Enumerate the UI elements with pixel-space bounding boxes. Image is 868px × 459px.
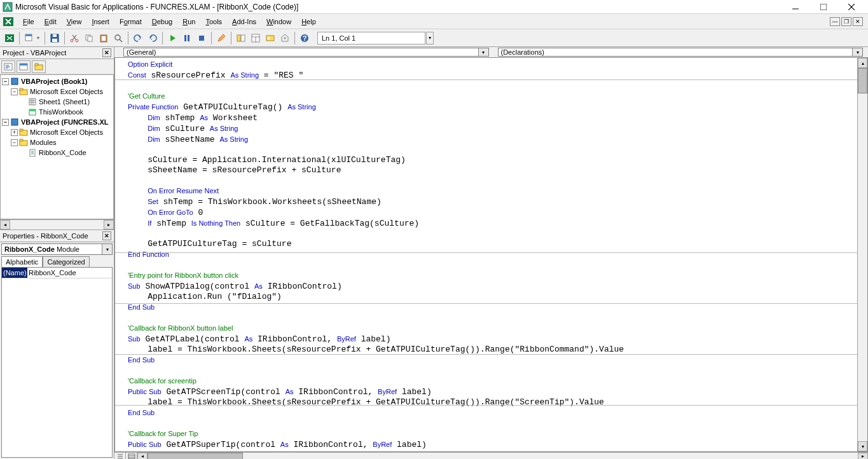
svg-rect-22 <box>199 36 204 41</box>
svg-rect-2 <box>820 4 827 10</box>
help-button[interactable]: ? <box>298 31 312 45</box>
menu-file[interactable]: File <box>18 16 39 27</box>
menu-window[interactable]: Window <box>261 16 296 27</box>
svg-rect-8 <box>25 34 32 36</box>
menu-addins[interactable]: Add-Ins <box>227 16 261 27</box>
reset-button[interactable] <box>195 31 209 45</box>
project-tree[interactable]: −VBAProject (Book1) −Microsoft Excel Obj… <box>0 74 114 219</box>
mdi-restore-button[interactable]: ❐ <box>841 17 851 26</box>
procedure-view-button[interactable] <box>114 453 126 459</box>
tree-hscrollbar[interactable]: ◂▸ <box>0 219 114 230</box>
project-explorer-button[interactable] <box>234 31 248 45</box>
window-title: Microsoft Visual Basic for Applications … <box>15 3 787 11</box>
view-object-button[interactable] <box>17 60 31 73</box>
svg-rect-23 <box>237 35 240 41</box>
properties-window-button[interactable] <box>249 31 263 45</box>
object-browser-button[interactable] <box>263 31 277 45</box>
svg-rect-39 <box>20 64 27 65</box>
vba-app-icon <box>3 2 13 12</box>
design-mode-button[interactable] <box>214 31 228 45</box>
code-hscrollbar[interactable]: ◂▸ <box>137 453 868 459</box>
toggle-folders-button[interactable] <box>32 60 46 73</box>
menu-insert[interactable]: Insert <box>86 16 114 27</box>
full-module-view-button[interactable] <box>126 453 137 459</box>
properties-grid[interactable]: (Name) RibbonX_Code <box>1 267 113 458</box>
tree-project-book1[interactable]: −VBAProject (Book1) <box>2 76 112 86</box>
tree-sheet1[interactable]: Sheet1 (Sheet1) <box>2 97 112 107</box>
cursor-position: Ln 1, Col 1 <box>317 32 425 45</box>
tree-project-funcres[interactable]: −VBAProject (FUNCRES.XL <box>2 117 112 127</box>
svg-rect-29 <box>268 37 270 39</box>
copy-button[interactable] <box>82 31 96 45</box>
object-dropdown[interactable]: (General)▾ <box>123 48 489 57</box>
code-vscrollbar[interactable]: ▴▾ <box>857 58 867 451</box>
svg-rect-20 <box>184 35 186 41</box>
svg-rect-28 <box>266 36 274 41</box>
code-editor[interactable]: Option Explicit Const sResourcePrefix As… <box>115 58 857 451</box>
properties-window-title: Properties - RibbonX_Code ✕ <box>0 230 114 242</box>
insert-userform-button[interactable] <box>22 31 36 45</box>
project-explorer-title: Project - VBAProject ✕ <box>0 47 114 59</box>
properties-object-selector[interactable]: RibbonX_Code Module ▾ <box>1 243 113 255</box>
excel-icon <box>3 16 14 27</box>
tree-ribbonx-code-module[interactable]: RibbonX_Code <box>2 147 112 158</box>
menu-debug[interactable]: Debug <box>147 16 177 27</box>
run-sub-button[interactable] <box>165 31 179 45</box>
property-name-value[interactable]: RibbonX_Code <box>27 268 112 278</box>
mdi-close-button[interactable]: ✕ <box>853 17 863 26</box>
break-button[interactable] <box>180 31 194 45</box>
tree-modules-folder[interactable]: −Modules <box>2 137 112 147</box>
tree-thisworkbook[interactable]: ThisWorkbook <box>2 107 112 117</box>
procedure-dropdown[interactable]: (Declarations)▾ <box>498 48 864 57</box>
maximize-button[interactable] <box>815 1 832 13</box>
standard-toolbar: ▾ ? Ln 1, Col 1 ▾ <box>0 29 868 47</box>
view-excel-button[interactable] <box>3 31 17 45</box>
properties-window-close-button[interactable]: ✕ <box>102 231 111 240</box>
svg-rect-56 <box>20 139 23 141</box>
svg-rect-41 <box>35 64 38 65</box>
svg-rect-17 <box>102 36 106 41</box>
svg-rect-45 <box>29 99 36 105</box>
svg-point-18 <box>115 35 120 40</box>
svg-line-19 <box>120 39 122 42</box>
menu-run[interactable]: Run <box>177 16 200 27</box>
properties-tab-alphabetic[interactable]: Alphabetic <box>1 256 43 267</box>
tree-excel-objects-funcres[interactable]: +Microsoft Excel Objects <box>2 127 112 137</box>
minimize-button[interactable] <box>787 1 804 13</box>
svg-rect-42 <box>11 78 18 85</box>
project-explorer-close-button[interactable]: ✕ <box>102 48 111 57</box>
view-code-button[interactable] <box>1 60 15 73</box>
svg-rect-51 <box>29 109 36 111</box>
properties-tab-categorized[interactable]: Categorized <box>43 256 89 267</box>
menu-view[interactable]: View <box>62 16 87 27</box>
svg-text:?: ? <box>303 34 307 42</box>
svg-rect-11 <box>52 39 57 42</box>
project-explorer-toolbar <box>0 59 114 74</box>
redo-button[interactable] <box>146 31 160 45</box>
svg-point-12 <box>71 39 73 42</box>
titlebar: Microsoft Visual Basic for Applications … <box>0 0 868 14</box>
menu-edit[interactable]: Edit <box>39 16 62 27</box>
menu-help[interactable]: Help <box>296 16 321 27</box>
menu-format[interactable]: Format <box>114 16 147 27</box>
menu-tools[interactable]: Tools <box>200 16 227 27</box>
svg-rect-21 <box>188 35 189 41</box>
svg-point-13 <box>76 39 78 42</box>
svg-rect-61 <box>128 454 135 459</box>
cut-button[interactable] <box>67 31 81 45</box>
close-button[interactable] <box>843 1 860 13</box>
svg-rect-24 <box>241 35 245 41</box>
property-row-name[interactable]: (Name) RibbonX_Code <box>2 268 112 278</box>
svg-rect-52 <box>11 119 18 125</box>
save-button[interactable] <box>48 31 62 45</box>
toolbar-overflow-button[interactable]: ▾ <box>426 32 434 45</box>
tree-excel-objects-book1[interactable]: −Microsoft Excel Objects <box>2 86 112 97</box>
toolbox-button[interactable] <box>278 31 292 45</box>
svg-rect-54 <box>20 129 23 131</box>
undo-button[interactable] <box>131 31 145 45</box>
mdi-minimize-button[interactable]: — <box>830 17 840 26</box>
paste-button[interactable] <box>97 31 111 45</box>
find-button[interactable] <box>111 31 125 45</box>
property-name-label: (Name) <box>2 268 27 278</box>
menubar: File Edit View Insert Format Debug Run T… <box>0 14 868 29</box>
